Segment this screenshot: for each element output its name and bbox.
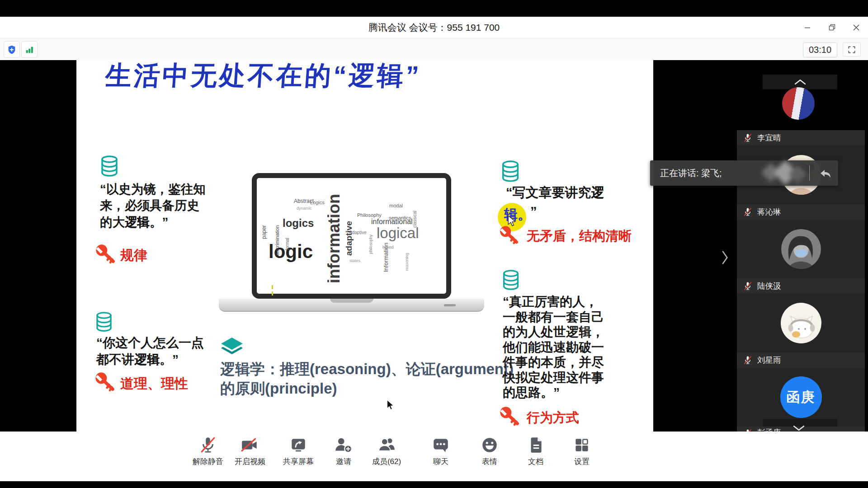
- word-cloud-word: reasoning: [405, 253, 409, 271]
- keyword-label: 规律: [120, 246, 147, 265]
- keyword-label: 行为方式: [527, 409, 579, 427]
- word-cloud-word: information: [326, 194, 342, 283]
- chevron-down-icon[interactable]: [793, 425, 805, 431]
- mouse-cursor: [387, 400, 396, 411]
- invite-button[interactable]: 邀请: [322, 435, 365, 477]
- settings-button[interactable]: 设置: [560, 435, 604, 477]
- meeting-timer: 03:10: [803, 42, 837, 57]
- quote-bold: 逻: [591, 185, 604, 200]
- docs-button[interactable]: 文档: [514, 435, 557, 477]
- toolbar-label: 解除静音: [193, 456, 223, 467]
- laptop-vent: [444, 304, 456, 306]
- reactions-button[interactable]: 表情: [468, 435, 511, 477]
- camera-muted-icon: [241, 436, 259, 455]
- signal-bars-icon: [24, 44, 34, 55]
- restore-button[interactable]: [823, 19, 841, 37]
- quote-text: 。”: [150, 215, 168, 229]
- word-cloud-word: semantics: [389, 216, 411, 221]
- network-signal-button[interactable]: [21, 41, 38, 58]
- chat-icon: [431, 436, 450, 455]
- toolbar-label: 文档: [528, 456, 543, 467]
- speaking-text: 正在讲话: 梁飞;: [660, 160, 722, 186]
- laptop-notch: [330, 299, 373, 303]
- chat-button[interactable]: 聊天: [419, 435, 462, 477]
- close-icon: [853, 24, 860, 31]
- word-cloud-word: adaptive: [344, 221, 353, 256]
- mic-muted-icon: [198, 436, 217, 455]
- word-cloud-word: Logics: [310, 200, 325, 205]
- word-cloud-word: based: [382, 245, 394, 249]
- close-button[interactable]: [847, 19, 865, 37]
- word-cloud-word: Adaptive: [349, 230, 367, 235]
- key-icon: [94, 243, 116, 265]
- toolbar-label: 设置: [574, 456, 590, 467]
- dotted-guide: [272, 285, 273, 289]
- quote-text: 。”: [160, 352, 179, 366]
- database-icon: [500, 269, 521, 292]
- word-cloud-word: dynamic: [297, 206, 312, 211]
- members-icon: [377, 436, 396, 455]
- security-shield-button[interactable]: [4, 41, 20, 58]
- quote-bold: 逻辑: [125, 215, 150, 229]
- avatar: [781, 229, 821, 269]
- database-icon: [500, 160, 521, 184]
- muted-mic-icon: [743, 281, 753, 291]
- laptop-base: [219, 299, 484, 312]
- word-cloud-word: paper: [261, 225, 267, 239]
- share-screen-icon: [289, 436, 308, 455]
- slide-title: 生活中无处不在的“逻辑”: [104, 60, 422, 94]
- members-button[interactable]: 成员(62): [365, 435, 408, 477]
- quote-bold: 逻辑: [134, 352, 160, 366]
- toolbar-label: 成员(62): [372, 456, 401, 467]
- word-cloud-word: formal: [285, 238, 290, 250]
- word-cloud-word: classical: [413, 211, 417, 228]
- dotted-guide: [272, 291, 273, 296]
- minimize-icon: [804, 24, 811, 31]
- invite-person-icon: [334, 436, 353, 455]
- meeting-toolbar: 解除静音 开启视频 共享屏幕 邀请 成员(62) 聊天 表情: [0, 432, 868, 481]
- minimize-button[interactable]: [798, 19, 816, 37]
- word-cloud-word: Philosophy: [357, 213, 382, 218]
- layers-icon: [219, 337, 245, 359]
- panel-collapse-toggle[interactable]: [719, 249, 731, 267]
- keyword-label: 道理、理性: [120, 375, 188, 393]
- toolbar-label: 邀请: [336, 456, 351, 467]
- meeting-info-bar: 03:10: [0, 38, 868, 61]
- share-screen-button[interactable]: 共享屏幕: [277, 435, 320, 477]
- speaking-banner: 正在讲话: 梁飞;: [650, 160, 838, 186]
- letterbox-bottom: [0, 481, 868, 488]
- participant-name: 彭函庚: [757, 427, 781, 432]
- quote-text: “写文章要讲究: [506, 185, 591, 200]
- unmute-button[interactable]: 解除静音: [186, 435, 230, 477]
- shield-plus-icon: [7, 44, 17, 55]
- tencent-meeting-window: 腾讯会议 会议号：955 191 700 03:10 生活: [0, 0, 868, 488]
- quote-close-mark: ”: [530, 203, 537, 220]
- document-icon: [526, 436, 545, 455]
- word-cloud-word: philosophy: [369, 235, 373, 254]
- word-cloud-word: modal: [389, 203, 403, 208]
- window-controls: [798, 17, 865, 38]
- settings-grid-icon: [572, 436, 591, 455]
- reply-button[interactable]: [816, 165, 834, 181]
- start-video-button[interactable]: 开启视频: [228, 435, 272, 477]
- muted-mic-icon: [743, 133, 753, 143]
- muted-mic-icon: [743, 428, 753, 432]
- participant-video[interactable]: [737, 220, 865, 278]
- participant-name: 刘星雨: [757, 355, 781, 366]
- participant-video[interactable]: [737, 294, 865, 352]
- quote-history: “以史为镜，鉴往知来，必须具备历史的大逻辑。”: [100, 181, 207, 230]
- participant-video[interactable]: 函庚: [737, 368, 865, 427]
- letterbox-top: [0, 0, 868, 17]
- fullscreen-button[interactable]: [843, 42, 861, 56]
- quote-smart-person: “真正厉害的人，一般都有一套自己的为人处世逻辑，他们能迅速勘破一件事的本质，并尽…: [503, 294, 609, 400]
- toolbar-label: 聊天: [433, 456, 448, 467]
- muted-mic-icon: [743, 355, 753, 365]
- main-content: 生活中无处不在的“逻辑” “以史为镜，鉴往知来，必须具备历史的大逻辑。” 规律 …: [0, 60, 868, 432]
- chevron-up-icon: [794, 79, 806, 85]
- window-titlebar: 腾讯会议 会议号：955 191 700: [0, 17, 868, 38]
- fullscreen-icon: [847, 45, 856, 54]
- avatar-initials: 函庚: [780, 376, 822, 418]
- keyword-label: 无矛盾，结构清晰: [527, 227, 632, 245]
- participant-name-bar: 刘星雨: [737, 352, 865, 368]
- word-cloud-word: discrimination: [275, 225, 280, 256]
